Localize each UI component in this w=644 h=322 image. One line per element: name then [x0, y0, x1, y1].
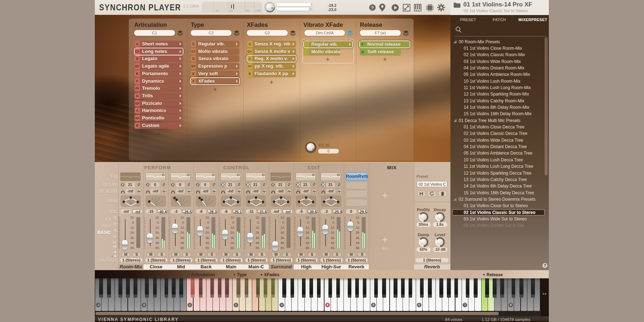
- svg-text:?: ?: [371, 5, 374, 10]
